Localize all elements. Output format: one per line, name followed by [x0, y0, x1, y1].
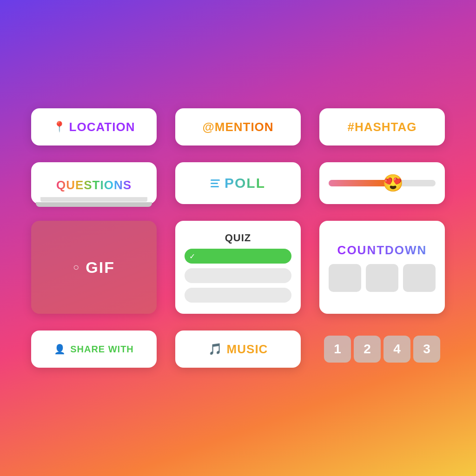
countdown-block-2: [366, 264, 398, 292]
poll-label: POLL: [225, 175, 265, 191]
slider-emoji: 😍: [383, 175, 403, 192]
person-icon: 👤: [54, 344, 66, 355]
quiz-option-correct: ✓: [185, 249, 291, 264]
poll-sticker[interactable]: POLL: [175, 162, 301, 204]
quiz-sticker[interactable]: QUIZ ✓: [175, 221, 301, 314]
quiz-option-2: [185, 268, 291, 283]
mention-sticker[interactable]: @MENTION: [175, 108, 301, 145]
countdown-sticker[interactable]: COUNTDOWN: [319, 221, 445, 314]
share-label: SHARE WITH: [70, 344, 134, 355]
location-sticker[interactable]: 📍 LOCATION: [31, 108, 157, 145]
poll-lines-icon: [211, 179, 220, 187]
countdown-block-1: [329, 264, 361, 292]
location-label: LOCATION: [69, 120, 135, 134]
number-tile-1: 1: [324, 336, 351, 363]
quiz-option-3: [185, 288, 291, 303]
countdown-blocks: [329, 264, 436, 292]
mention-label: @MENTION: [202, 120, 273, 134]
check-icon: ✓: [189, 252, 195, 261]
poll-line-2: [211, 183, 218, 184]
hashtag-sticker[interactable]: #HASHTAG: [319, 108, 445, 145]
questions-sticker[interactable]: QUESTIONS: [31, 162, 157, 204]
number-tile-4: 3: [413, 336, 440, 363]
hashtag-label: #HASHTAG: [347, 120, 416, 134]
gif-label: GIF: [86, 258, 115, 277]
questions-label: QUESTIONS: [56, 178, 132, 192]
gif-sticker[interactable]: ○ GIF: [31, 221, 157, 314]
music-label: MUSIC: [227, 342, 268, 357]
emoji-slider-sticker[interactable]: 😍: [319, 162, 445, 204]
countdown-block-3: [403, 264, 436, 292]
music-note-icon: 🎵: [208, 343, 222, 356]
quiz-title: QUIZ: [225, 232, 251, 244]
sticker-grid: 📍 LOCATION @MENTION #HASHTAG QUESTIONS P…: [3, 80, 473, 396]
pin-icon: 📍: [53, 121, 66, 133]
poll-line-3: [211, 186, 219, 187]
share-sticker[interactable]: 👤 SHARE WITH: [31, 331, 157, 368]
slider-track: 😍: [329, 180, 436, 186]
questions-shadow: [36, 202, 152, 207]
questions-bottom-bar: [40, 197, 147, 202]
number-tile-2: 2: [354, 336, 381, 363]
number-tiles[interactable]: 1 2 4 3: [319, 331, 445, 368]
poll-line-1: [211, 179, 220, 181]
music-sticker[interactable]: 🎵 MUSIC: [175, 331, 301, 368]
number-tile-3: 4: [383, 336, 410, 363]
search-icon: ○: [73, 261, 79, 273]
countdown-label: COUNTDOWN: [337, 243, 427, 258]
